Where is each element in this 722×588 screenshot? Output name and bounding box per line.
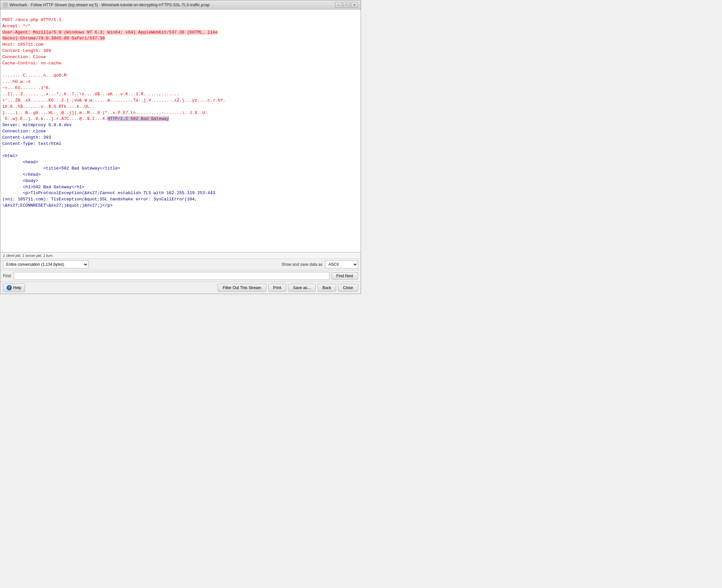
find-label: Find: xyxy=(3,274,12,278)
filter-out-button[interactable]: Filter Out This Stream xyxy=(218,284,266,292)
close-button[interactable]: ✕ xyxy=(351,2,358,8)
stream-content-area[interactable]: POST /docs.php HTTP/1.1 Accept: */* User… xyxy=(0,9,361,252)
back-button[interactable]: Back xyxy=(318,284,336,292)
restore-button[interactable]: □ xyxy=(343,2,350,8)
window-title: Wireshark · Follow HTTP Stream (tcp.stre… xyxy=(9,3,209,7)
conversation-select[interactable]: Entire conversation (1,134 bytes) xyxy=(3,260,88,268)
ascii-format-select[interactable]: ASCII UTF-8 C Arrays Raw Hex Dump xyxy=(325,260,358,268)
find-input[interactable] xyxy=(14,272,329,280)
minimize-button[interactable]: — xyxy=(335,2,342,8)
show-save-label: Show and save data as xyxy=(281,262,323,267)
help-icon: ? xyxy=(6,285,12,290)
titlebar-buttons: — □ ✕ xyxy=(335,2,358,8)
status-text: 1 client pkt, 1 server pkt, 1 turn. xyxy=(3,254,53,257)
wireshark-window: — Wireshark · Follow HTTP Stream (tcp.st… xyxy=(0,0,361,294)
find-row: Find: Find Next xyxy=(0,270,361,282)
http-response-headers: Server: mitmproxy 6.0.0.dev Connection: … xyxy=(2,123,72,146)
find-next-button[interactable]: Find Next xyxy=(332,272,358,279)
close-button-action[interactable]: Close xyxy=(338,284,358,292)
help-label: Help xyxy=(13,286,21,290)
titlebar-left: — Wireshark · Follow HTTP Stream (tcp.st… xyxy=(3,3,209,7)
help-button[interactable]: ? Help xyxy=(3,284,25,292)
binary-data: ........C.......n...qoD.M ....hO.w.-o ~=… xyxy=(2,73,225,121)
save-as-button[interactable]: Save as... xyxy=(288,284,315,292)
stream-text: POST /docs.php HTTP/1.1 Accept: */* User… xyxy=(2,11,359,215)
titlebar: — Wireshark · Follow HTTP Stream (tcp.st… xyxy=(0,0,361,9)
http-response-body: <html> <head> <title>502 Bad Gateway</ti… xyxy=(2,153,215,208)
action-row: ? Help Filter Out This Stream Print Save… xyxy=(0,282,361,294)
bottom-controls: Entire conversation (1,134 bytes) Show a… xyxy=(0,259,361,294)
conversation-row: Entire conversation (1,134 bytes) Show a… xyxy=(0,259,361,270)
print-button[interactable]: Print xyxy=(268,284,286,292)
status-bar: 1 client pkt, 1 server pkt, 1 turn. xyxy=(0,252,361,259)
http-request: POST /docs.php HTTP/1.1 Accept: */* User… xyxy=(2,17,218,66)
window-menu-button[interactable]: — xyxy=(3,3,7,7)
